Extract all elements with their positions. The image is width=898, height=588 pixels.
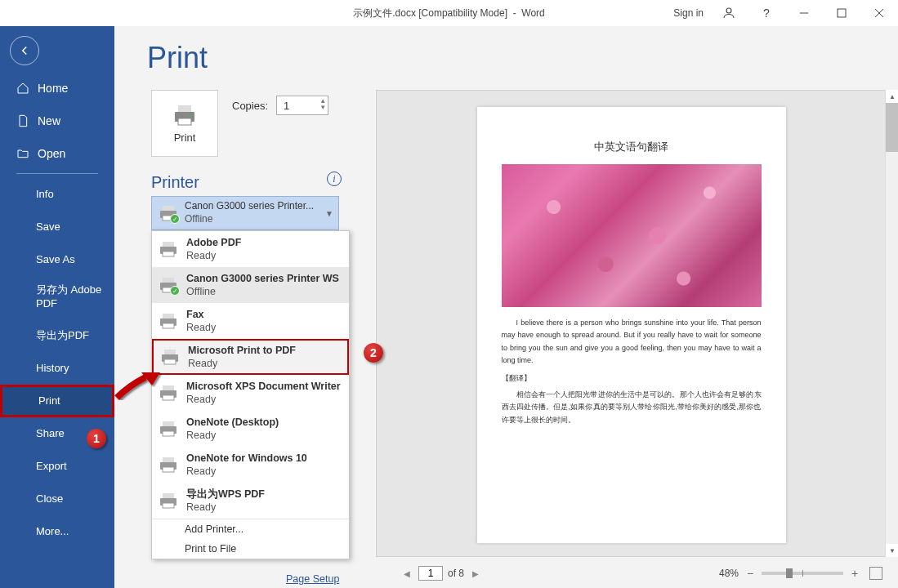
copies-spinner[interactable]: ▲▼ <box>319 98 326 111</box>
printer-option-ms-print-to-pdf[interactable]: Microsoft Print to PDFReady <box>152 339 349 375</box>
printer-option-onenote-desktop[interactable]: OneNote (Desktop)Ready <box>152 411 349 447</box>
minimize-button[interactable] <box>785 0 823 26</box>
svg-point-0 <box>726 8 731 13</box>
nav-more[interactable]: More... <box>0 515 114 548</box>
nav-export-pdf[interactable]: 导出为PDF <box>0 319 114 352</box>
scroll-up-button[interactable]: ▲ <box>886 90 898 103</box>
help-icon[interactable]: ? <box>748 0 785 26</box>
printer-dropdown[interactable]: ✓ Canon G3000 series Printer... Offline … <box>151 196 339 230</box>
svg-rect-14 <box>163 252 174 256</box>
copies-input[interactable]: 1 ▲▼ <box>276 96 328 115</box>
annotation-arrow <box>113 369 162 402</box>
home-icon <box>16 82 29 95</box>
preview-paragraph-cn: 相信会有一个人把阳光带进你的生活中是可以的。那个人也许会有足够的东西去四处传播。… <box>502 389 762 426</box>
printer-device-icon <box>159 492 178 510</box>
svg-rect-25 <box>163 385 174 390</box>
printer-section-header: Printer <box>151 173 199 192</box>
account-icon[interactable] <box>710 0 748 26</box>
nav-open[interactable]: Open <box>0 137 114 170</box>
page-title: Print <box>147 41 376 75</box>
svg-rect-35 <box>163 503 174 508</box>
selected-printer-status: Offline <box>185 213 314 226</box>
printer-device-icon <box>159 456 178 474</box>
scroll-thumb[interactable] <box>886 103 898 152</box>
nav-close[interactable]: Close <box>0 483 114 515</box>
nav-history[interactable]: History <box>0 352 114 385</box>
svg-rect-7 <box>178 118 191 125</box>
printer-device-icon: ✓ <box>159 204 178 222</box>
preview-doc-title: 中英文语句翻译 <box>502 140 762 154</box>
new-doc-icon <box>16 114 29 127</box>
preview-paragraph-en: I believe there is a person who brings s… <box>502 317 762 367</box>
titlebar: 示例文件.docx [Compatibility Mode] - Word Si… <box>0 0 898 26</box>
nav-save[interactable]: Save <box>0 210 114 243</box>
zoom-in-button[interactable]: + <box>848 567 861 580</box>
printer-info-icon[interactable]: i <box>327 172 342 186</box>
nav-print[interactable]: Print <box>0 385 114 417</box>
nav-save-as[interactable]: Save As <box>0 243 114 275</box>
annotation-badge-1: 1 <box>87 429 106 448</box>
svg-rect-10 <box>163 206 174 211</box>
print-button-label: Print <box>174 131 196 144</box>
zoom-slider[interactable] <box>762 572 843 575</box>
copies-label: Copies: <box>232 100 268 112</box>
printer-option-onenote-win10[interactable]: OneNote for Windows 10Ready <box>152 447 349 483</box>
close-button[interactable] <box>860 0 898 26</box>
svg-rect-2 <box>838 9 846 17</box>
svg-rect-22 <box>164 350 176 354</box>
svg-rect-32 <box>163 467 174 472</box>
chevron-down-icon: ▼ <box>325 209 333 218</box>
svg-rect-16 <box>163 278 174 283</box>
print-button[interactable]: Print <box>151 90 218 157</box>
printer-device-icon <box>159 240 178 258</box>
next-page-button[interactable]: ▶ <box>469 569 482 578</box>
printer-option-wps-pdf[interactable]: 导出为WPS PDFReady <box>152 483 349 519</box>
nav-info[interactable]: Info <box>0 177 114 210</box>
printer-device-icon <box>159 420 178 438</box>
page-setup-link[interactable]: Page Setup <box>286 573 339 585</box>
printer-option-canon[interactable]: ✓ Canon G3000 series Printer WSOffline <box>152 267 349 303</box>
prev-page-button[interactable]: ◀ <box>400 569 413 578</box>
printer-option-adobe-pdf[interactable]: Adobe PDFReady <box>152 231 349 267</box>
printer-device-icon: ✓ <box>159 276 178 294</box>
printer-option-fax[interactable]: FaxReady <box>152 303 349 339</box>
svg-rect-19 <box>163 314 174 318</box>
maximize-button[interactable] <box>823 0 860 26</box>
svg-rect-13 <box>163 242 174 247</box>
annotation-badge-2: 2 <box>364 343 383 363</box>
status-check-icon: ✓ <box>170 214 180 224</box>
svg-rect-26 <box>163 395 174 400</box>
printer-device-icon <box>159 312 178 330</box>
sign-in-link[interactable]: Sign in <box>673 7 704 19</box>
svg-rect-31 <box>163 457 174 462</box>
printer-option-xps[interactable]: Microsoft XPS Document WriterReady <box>152 375 349 411</box>
current-page-input[interactable] <box>418 566 443 581</box>
nav-home[interactable]: Home <box>0 72 114 105</box>
preview-image-flowers <box>502 164 762 307</box>
nav-new[interactable]: New <box>0 105 114 137</box>
preview-scrollbar[interactable]: ▲ ▼ <box>885 90 898 557</box>
folder-open-icon <box>16 147 29 160</box>
scroll-down-button[interactable]: ▼ <box>886 544 898 557</box>
nav-save-adobe-pdf[interactable]: 另存为 Adobe PDF <box>0 275 114 319</box>
backstage-sidebar: Home New Open Info Save Save As 另存为 Adob… <box>0 26 114 588</box>
svg-rect-23 <box>164 359 176 364</box>
svg-rect-34 <box>163 493 174 498</box>
window-title: 示例文件.docx [Compatibility Mode] - Word <box>353 7 545 20</box>
print-main: Print Print Copies: 1 ▲▼ Printer i ✓ Can… <box>114 26 898 588</box>
zoom-out-button[interactable]: − <box>744 567 757 580</box>
svg-rect-6 <box>178 105 191 112</box>
svg-point-8 <box>190 113 193 115</box>
svg-rect-28 <box>163 421 174 426</box>
print-to-file-link[interactable]: Print to File <box>152 539 349 559</box>
page-total-label: of 8 <box>448 568 464 579</box>
fit-to-window-button[interactable] <box>869 567 882 580</box>
printer-device-icon <box>160 348 180 366</box>
printer-dropdown-list: Adobe PDFReady ✓ Canon G3000 series Prin… <box>151 230 350 559</box>
nav-export[interactable]: Export <box>0 450 114 483</box>
zoom-percent: 48% <box>719 568 739 579</box>
preview-page: 中英文语句翻译 I believe there is a person who … <box>477 107 786 543</box>
printer-icon <box>172 104 198 127</box>
back-button[interactable] <box>10 36 39 65</box>
add-printer-link[interactable]: Add Printer... <box>152 519 349 539</box>
